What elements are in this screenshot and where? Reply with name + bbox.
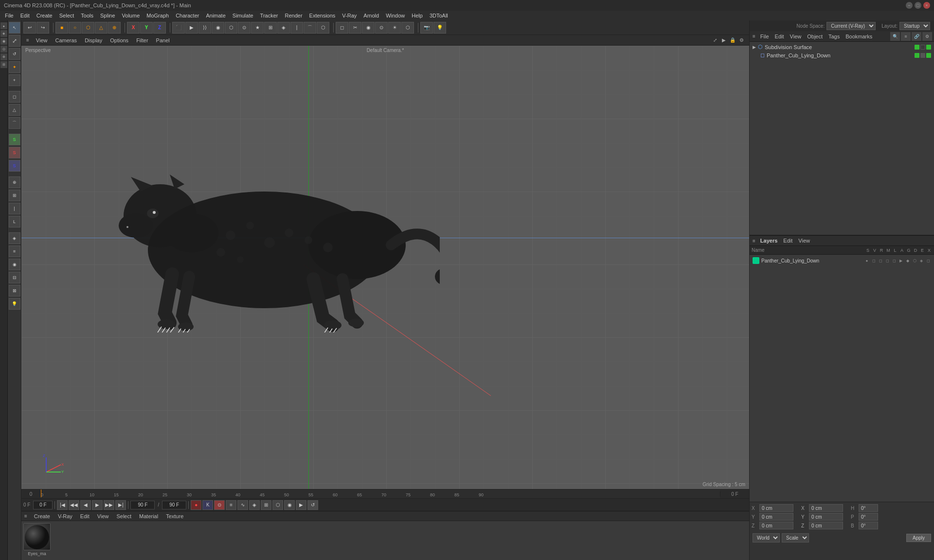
tool-s2[interactable]: S — [9, 147, 20, 158]
layer-flag-d[interactable]: ⬡ — [912, 258, 917, 263]
render-sweep[interactable]: ⬡ — [317, 22, 329, 34]
render-settings[interactable]: ⊙ — [238, 22, 251, 34]
deform-bulge[interactable]: ◉ — [362, 22, 375, 34]
axis-x[interactable]: X — [127, 22, 140, 34]
start-frame-input[interactable] — [33, 501, 53, 509]
next-frame-btn[interactable]: ▶▶ — [104, 500, 114, 510]
capture-btn[interactable]: ◉ — [284, 500, 295, 510]
axis-y[interactable]: Y — [140, 22, 153, 34]
coord-z-input[interactable] — [759, 522, 793, 529]
close-btn[interactable]: × — [923, 2, 930, 9]
menu-animate[interactable]: Animate — [203, 12, 228, 19]
lp-hamburger[interactable]: ≡ — [752, 238, 756, 244]
mode-btn-2[interactable]: ◈ — [0, 30, 7, 37]
motion-record[interactable]: ⊙ — [214, 500, 225, 510]
menu-extensions[interactable]: Extensions — [306, 12, 339, 19]
axis-z[interactable]: Z — [153, 22, 166, 34]
motion-path-btn[interactable]: ◈ — [249, 500, 260, 510]
obj-sphere[interactable]: ○ — [69, 22, 81, 34]
render-bend[interactable]: ⌒ — [304, 22, 316, 34]
om-search[interactable]: 🔍 — [890, 32, 900, 41]
play-mode-btn[interactable]: ▶ — [296, 500, 306, 510]
fcurve-btn[interactable]: ∿ — [237, 500, 248, 510]
tool-paint3[interactable]: ◉ — [9, 259, 20, 270]
coord-x2-input[interactable] — [809, 504, 843, 512]
vp-lock[interactable]: 🔒 — [729, 36, 736, 44]
menu-window[interactable]: Window — [383, 12, 408, 19]
om-panther-check-3[interactable] — [926, 53, 931, 58]
menu-help[interactable]: Help — [409, 12, 426, 19]
menu-volume[interactable]: Volume — [119, 12, 143, 19]
tool-s1[interactable]: S — [9, 134, 20, 145]
redo-btn[interactable]: ↪ — [36, 22, 49, 34]
render-fracture[interactable]: ◈ — [277, 22, 290, 34]
menu-file[interactable]: File — [2, 12, 17, 19]
minimize-btn[interactable]: − — [906, 2, 913, 9]
lp-menu-view[interactable]: View — [796, 238, 812, 244]
loop-btn[interactable]: ↺ — [307, 500, 318, 510]
render-tracer[interactable]: | — [290, 22, 303, 34]
end-frame-input[interactable] — [130, 501, 155, 509]
menu-simulate[interactable]: Simulate — [230, 12, 256, 19]
viewport-3d[interactable]: X Y Z Perspective Default Camera.* Grid … — [21, 46, 749, 489]
vp-menu-options[interactable]: Options — [108, 37, 130, 43]
deform-bend[interactable]: ◻ — [336, 22, 348, 34]
vp-menu-cameras[interactable]: Cameras — [54, 37, 79, 43]
record-btn[interactable]: ● — [191, 500, 201, 510]
vp-menu-view[interactable]: View — [34, 37, 50, 43]
obj-torus[interactable]: ⊕ — [108, 22, 121, 34]
tool-spline[interactable]: ⌒ — [9, 117, 20, 129]
vp-render-view[interactable]: ▶ — [720, 36, 728, 44]
om-hamburger[interactable]: ≡ — [752, 34, 756, 39]
om-link[interactable]: 🔗 — [912, 32, 921, 41]
layout-select[interactable]: Startup — [899, 22, 930, 30]
bp-menu-edit[interactable]: Edit — [78, 513, 91, 519]
coord-z2-input[interactable] — [809, 522, 843, 529]
om-filter[interactable]: ≡ — [901, 32, 911, 41]
tool-line[interactable]: L — [9, 216, 20, 228]
layer-flag-g[interactable]: ◆ — [905, 258, 911, 263]
material-item-eyes[interactable]: Eyes_ma — [23, 523, 51, 558]
maximize-btn[interactable]: □ — [915, 2, 921, 9]
render-fx[interactable]: ★ — [251, 22, 264, 34]
layer-flag-l[interactable]: ◻ — [891, 258, 897, 263]
tool-light[interactable]: 💡 — [9, 298, 20, 310]
render-region[interactable]: ⬛ — [172, 22, 185, 34]
goto-start-btn[interactable]: |◀ — [57, 500, 68, 510]
tool-paint2[interactable]: ≡ — [9, 245, 20, 257]
bp-menu-view[interactable]: View — [95, 513, 111, 519]
fps-input[interactable] — [162, 501, 186, 509]
om-menu-object[interactable]: Object — [805, 34, 825, 39]
vp-menu-panel[interactable]: Panel — [154, 37, 172, 43]
tool-grid[interactable]: ⊞ — [9, 190, 20, 201]
om-menu-tags[interactable]: Tags — [826, 34, 842, 39]
layer-flag-s[interactable]: ● — [864, 258, 870, 263]
coord-y-input[interactable] — [759, 513, 793, 521]
om-menu-bookmarks[interactable]: Bookmarks — [844, 34, 874, 39]
bp-menu-select[interactable]: Select — [114, 513, 133, 519]
tool-transform[interactable]: ✦ — [9, 61, 20, 73]
layer-flag-x[interactable]: ◻ — [925, 258, 931, 263]
layer-flag-e[interactable]: ◈ — [918, 258, 924, 263]
timeline-ruler[interactable]: 0 0 5 10 15 20 25 30 35 40 45 50 — [21, 489, 749, 499]
p-input[interactable] — [859, 513, 878, 521]
layer-btn[interactable]: ⊞ — [261, 500, 271, 510]
om-check-3[interactable] — [926, 45, 931, 50]
mode-btn-4[interactable]: ◎ — [0, 46, 7, 52]
bp-menu-create[interactable]: Create — [32, 513, 52, 519]
mode-btn-1[interactable]: ● — [0, 22, 7, 29]
tool-measure[interactable]: | — [9, 203, 20, 214]
render-cloner[interactable]: ⊞ — [264, 22, 277, 34]
menu-character[interactable]: Character — [173, 12, 202, 19]
om-menu-edit[interactable]: Edit — [773, 34, 786, 39]
tool-null[interactable]: + — [9, 74, 20, 86]
om-menu-view[interactable]: View — [788, 34, 804, 39]
render-frame[interactable]: ▶ — [185, 22, 198, 34]
node-space-select[interactable]: Current (V-Ray) — [826, 22, 876, 30]
menu-create[interactable]: Create — [34, 12, 55, 19]
bp-menu-vray[interactable]: V-Ray — [56, 513, 74, 519]
goto-end-btn[interactable]: ▶| — [115, 500, 126, 510]
lp-menu-edit[interactable]: Edit — [781, 238, 794, 244]
deform-taper[interactable]: ☀ — [388, 22, 401, 34]
deform-ffd[interactable]: ⬡ — [401, 22, 414, 34]
